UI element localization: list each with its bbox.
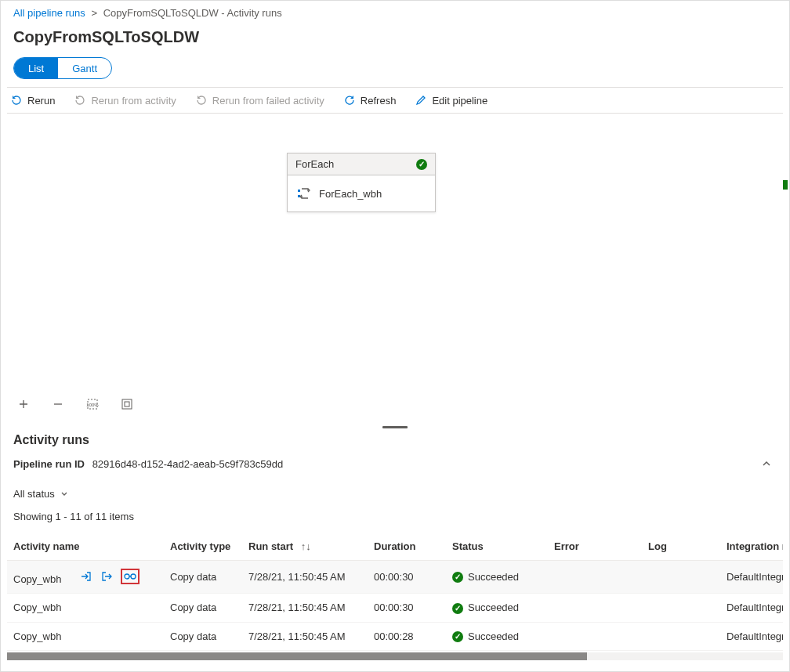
scrollbar-thumb[interactable] (7, 652, 587, 660)
sort-icon: ↑↓ (301, 540, 311, 552)
chevron-down-icon (60, 490, 69, 499)
success-icon (452, 572, 463, 583)
zoom-in-button[interactable] (16, 397, 31, 411)
cell-activity-name: Copy_wbh (7, 561, 164, 594)
success-icon (416, 159, 427, 170)
status-text: Succeeded (468, 571, 519, 583)
col-log[interactable]: Log (642, 533, 720, 561)
view-toggle: List Gantt (13, 57, 112, 79)
toolbar: Rerun Rerun from activity Rerun from fai… (7, 87, 783, 114)
pipeline-canvas[interactable]: ForEach ForEach_wbh 100% (7, 114, 783, 419)
cell-activity-type: Copy data (164, 594, 242, 623)
foreach-icon (297, 186, 311, 201)
svg-rect-5 (125, 402, 129, 406)
cell-activity-type: Copy data (164, 561, 242, 594)
edit-pipeline-button[interactable]: Edit pipeline (415, 94, 487, 107)
cell-duration: 00:00:28 (368, 622, 446, 651)
table-row[interactable]: Copy_wbhCopy data7/28/21, 11:50:45 AM00:… (7, 561, 783, 594)
cell-activity-name: Copy_wbh (7, 594, 164, 623)
status-filter-dropdown[interactable]: All status (7, 485, 783, 508)
node-body: ForEach_wbh (288, 175, 435, 211)
run-id-label: Pipeline run ID (13, 458, 85, 470)
col-duration[interactable]: Duration (368, 533, 446, 561)
col-integration[interactable]: Integration runtime (720, 533, 783, 561)
svg-point-6 (125, 574, 129, 579)
cell-integration: DefaultIntegrationRuntime (720, 622, 783, 651)
cell-log (642, 561, 720, 594)
rerun-failed-label: Rerun from failed activity (212, 95, 324, 107)
cell-log (642, 594, 720, 623)
input-icon[interactable] (80, 570, 92, 583)
col-status[interactable]: Status (446, 533, 548, 561)
rerun-from-activity-button: Rerun from activity (74, 94, 176, 107)
refresh-icon (343, 94, 356, 107)
zoom-fit-button[interactable]: 100% (85, 397, 100, 411)
activity-name-text: Copy_wbh (13, 602, 61, 613)
col-activity-name[interactable]: Activity name (7, 533, 164, 561)
rerun-icon (10, 94, 23, 107)
zoom-reset-button[interactable] (120, 397, 134, 411)
cell-run-start: 7/28/21, 11:50:45 AM (242, 561, 368, 594)
cell-activity-name: Copy_wbh (7, 622, 164, 651)
cell-activity-type: Copy data (164, 622, 242, 651)
col-run-start-label: Run start (248, 540, 293, 552)
cell-integration: DefaultIntegrationRuntime (720, 594, 783, 623)
cell-status: Succeeded (446, 622, 548, 651)
table-row[interactable]: Copy_wbhCopy data7/28/21, 11:50:45 AM00:… (7, 594, 783, 623)
results-count: Showing 1 - 11 of 11 items (7, 508, 783, 532)
col-run-start[interactable]: Run start ↑↓ (242, 533, 368, 561)
rerun-button[interactable]: Rerun (10, 94, 55, 107)
rerun-activity-icon (74, 94, 86, 107)
node-output-handle[interactable] (783, 180, 788, 190)
zoom-out-button[interactable] (51, 397, 65, 411)
horizontal-scrollbar[interactable] (7, 652, 783, 660)
breadcrumb-current: CopyFromSQLToSQLDW - Activity runs (103, 7, 282, 19)
details-glasses-icon[interactable] (121, 569, 140, 584)
rerun-label: Rerun (27, 95, 55, 107)
cell-status: Succeeded (446, 561, 548, 594)
cell-duration: 00:00:30 (368, 561, 446, 594)
run-id-value: 82916d48-d152-4ad2-aeab-5c9f783c59dd (92, 458, 284, 470)
node-type-label: ForEach (295, 158, 334, 170)
breadcrumb-root-link[interactable]: All pipeline runs (13, 7, 85, 19)
activity-runs-table-wrap: Activity name Activity type Run start ↑↓… (7, 532, 783, 651)
collapse-section-button[interactable] (756, 453, 777, 474)
svg-point-7 (131, 574, 136, 579)
cell-error (548, 561, 642, 594)
node-header: ForEach (288, 154, 435, 175)
col-activity-type[interactable]: Activity type (164, 533, 242, 561)
cell-error (548, 622, 642, 651)
view-gantt-tab[interactable]: Gantt (58, 58, 111, 78)
cell-error (548, 594, 642, 623)
status-text: Succeeded (468, 630, 519, 642)
activity-name-text: Copy_wbh (13, 573, 61, 585)
success-icon (452, 603, 463, 614)
success-icon (452, 631, 463, 642)
status-text: Succeeded (468, 602, 519, 613)
col-error[interactable]: Error (548, 533, 642, 561)
breadcrumb: All pipeline runs > CopyFromSQLToSQLDW -… (7, 1, 783, 19)
edit-label: Edit pipeline (432, 95, 487, 107)
table-row[interactable]: Copy_wbhCopy data7/28/21, 11:50:45 AM00:… (7, 622, 783, 651)
breadcrumb-separator: > (91, 7, 97, 19)
node-name: ForEach_wbh (319, 188, 382, 200)
cell-status: Succeeded (446, 594, 548, 623)
status-filter-label: All status (13, 488, 55, 500)
svg-rect-4 (122, 399, 132, 409)
foreach-node[interactable]: ForEach ForEach_wbh (287, 153, 436, 212)
page-title: CopyFromSQLToSQLDW (7, 19, 783, 57)
edit-icon (415, 94, 427, 107)
output-icon[interactable] (100, 570, 113, 583)
svg-rect-1 (298, 195, 300, 197)
cell-integration: DefaultIntegrationRuntime (720, 561, 783, 594)
view-list-tab[interactable]: List (14, 58, 58, 78)
cell-run-start: 7/28/21, 11:50:45 AM (242, 594, 368, 623)
row-action-icons (80, 569, 140, 584)
pane-resize-handle[interactable] (7, 419, 783, 425)
cell-run-start: 7/28/21, 11:50:45 AM (242, 622, 368, 651)
refresh-button[interactable]: Refresh (343, 94, 397, 107)
rerun-failed-icon (195, 94, 208, 107)
rerun-activity-label: Rerun from activity (91, 95, 176, 107)
svg-rect-0 (298, 190, 300, 192)
refresh-label: Refresh (361, 95, 397, 107)
